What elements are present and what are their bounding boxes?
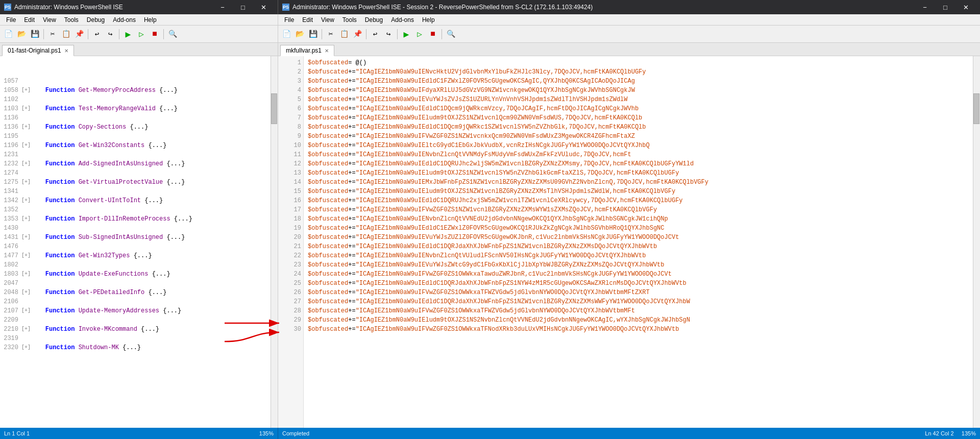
right-line-number: 26 (278, 288, 301, 297)
line-number: 1341 (0, 187, 21, 196)
cut-btn-right[interactable]: ✂ (325, 28, 337, 40)
run-sel-right[interactable]: ▷ (413, 28, 426, 40)
right-line-number: 1 (278, 58, 301, 67)
sep4-left (163, 29, 164, 39)
stop-btn-left[interactable]: ■ (149, 28, 161, 40)
new-btn-right[interactable]: 📄 (280, 28, 292, 40)
open-btn-right[interactable]: 📂 (293, 28, 306, 40)
line-expander[interactable]: [+] (21, 343, 31, 352)
run-btn-left[interactable]: ▶ (122, 28, 134, 40)
line-expander[interactable]: [+] (21, 196, 31, 205)
minimize-btn-right[interactable]: − (915, 0, 935, 14)
menu-tools-left[interactable]: Tools (60, 15, 83, 25)
new-btn-left[interactable]: 📄 (2, 28, 14, 40)
right-status-bar: Completed Ln 42 Col 2 135% (278, 428, 980, 439)
save-btn-left[interactable]: 💾 (29, 28, 41, 40)
line-number: 1430 (0, 224, 21, 233)
cut-btn-left[interactable]: ✂ (46, 28, 59, 40)
line-expander[interactable]: [+] (21, 86, 31, 95)
left-code-line: 1058[+] Function Get-MemoryProcAddress {… (0, 86, 268, 95)
sep2-right (366, 29, 366, 39)
maximize-btn-right[interactable]: □ (935, 0, 955, 14)
left-scroll-thumb[interactable] (271, 93, 277, 124)
debug-btn-left[interactable]: 🔍 (166, 28, 179, 40)
line-expander[interactable]: [+] (21, 214, 31, 224)
right-line-number: 28 (278, 306, 301, 315)
line-code: Function Sub-SignedIntAsUnsigned {...} (31, 233, 185, 242)
line-expander[interactable]: [+] (21, 233, 31, 242)
right-scroll-thumb[interactable] (973, 93, 979, 124)
line-code: Function Test-MemoryRangeValid {...} (31, 104, 178, 113)
line-expander[interactable]: [+] (21, 141, 31, 150)
right-code-line: $obfuscated += "ICAgIEZ1bmN0aW9uIEludm9t… (308, 315, 971, 325)
line-expander[interactable]: [+] (21, 123, 31, 132)
paste-btn-right[interactable]: 📌 (351, 28, 363, 40)
open-btn-left[interactable]: 📂 (15, 28, 28, 40)
line-expander[interactable]: [+] (21, 251, 31, 260)
left-scrollbar[interactable] (271, 56, 278, 428)
left-code-content[interactable]: 10571058[+] Function Get-MemoryProcAddre… (0, 56, 271, 428)
right-line-number: 27 (278, 297, 301, 306)
left-code-line: 2047 (0, 279, 268, 288)
close-btn-left[interactable]: ✕ (253, 0, 274, 14)
right-scrollbar[interactable] (973, 56, 980, 428)
minimize-btn-left[interactable]: − (212, 0, 233, 14)
right-line-number: 10 (278, 141, 301, 150)
line-number: 1342 (0, 196, 21, 205)
line-expander[interactable]: [+] (21, 104, 31, 113)
line-expander[interactable]: [+] (21, 178, 31, 187)
close-btn-right[interactable]: ✕ (955, 0, 976, 14)
undo-btn-left[interactable]: ↩ (91, 28, 103, 40)
run-btn-right[interactable]: ▶ (400, 28, 412, 40)
line-expander[interactable]: [+] (21, 288, 31, 297)
menu-help-right[interactable]: Help (418, 15, 439, 25)
tab-left-active[interactable]: 01-fast-Original.ps1 ✕ (2, 45, 74, 56)
right-code-line: $obfuscated += "ICAgIEZ1bmN0aW9uIEludm9t… (308, 187, 971, 196)
line-expander[interactable]: [+] (21, 306, 31, 315)
line-expander[interactable]: [+] (21, 159, 31, 168)
maximize-btn-left[interactable]: □ (233, 0, 253, 14)
stop-btn-right[interactable]: ■ (427, 28, 439, 40)
right-line-number: 19 (278, 224, 301, 233)
tab-right-active[interactable]: mkfullvar.ps1 ✕ (280, 45, 334, 56)
menu-file-right[interactable]: File (280, 15, 298, 25)
line-expander[interactable]: [+] (21, 270, 31, 279)
line-expander[interactable]: [+] (21, 325, 31, 334)
menu-addons-left[interactable]: Add-ons (109, 15, 140, 25)
left-code-line: 1195 (0, 132, 268, 141)
run-sel-left[interactable]: ▷ (135, 28, 148, 40)
save-btn-right[interactable]: 💾 (307, 28, 319, 40)
right-code-line: $obfuscated += "ICAgIEZ1bmN0aW9uIFVwZGF0… (308, 325, 971, 334)
menu-edit-right[interactable]: Edit (298, 15, 317, 25)
right-code-line: $obfuscated += "ICAgIEZ1bmN0aW9uIFVwZGF0… (308, 306, 971, 315)
left-code-line: 1352 (0, 205, 268, 214)
undo-btn-right[interactable]: ↩ (369, 28, 381, 40)
left-window-controls[interactable]: − □ ✕ (212, 0, 274, 14)
line-code: Function Get-VirtualProtectValue {...} (31, 178, 185, 187)
copy-btn-right[interactable]: 📋 (338, 28, 350, 40)
paste-btn-left[interactable]: 📌 (73, 28, 85, 40)
right-window-controls[interactable]: − □ ✕ (915, 0, 976, 14)
tab-left-close[interactable]: ✕ (64, 48, 68, 54)
right-code-content[interactable]: $obfuscated = @()$obfuscated += "ICAgIEZ… (304, 56, 973, 428)
copy-btn-left[interactable]: 📋 (60, 28, 72, 40)
menu-view-right[interactable]: View (317, 15, 338, 25)
redo-btn-right[interactable]: ↪ (382, 28, 395, 40)
menu-addons-right[interactable]: Add-ons (387, 15, 418, 25)
right-code-line: $obfuscated += "ICAgIEZ1bmN0aW9uIENvbnZl… (308, 150, 971, 159)
right-code-line: $obfuscated += "ICAgIEZ1bmN0aW9uIFdyaXRl… (308, 86, 971, 95)
redo-btn-left[interactable]: ↪ (104, 28, 116, 40)
tab-right-close[interactable]: ✕ (325, 48, 329, 54)
menu-debug-right[interactable]: Debug (361, 15, 387, 25)
right-line-number: 13 (278, 168, 301, 178)
menu-help-left[interactable]: Help (140, 15, 161, 25)
menu-edit-left[interactable]: Edit (20, 15, 39, 25)
right-line-number: 21 (278, 242, 301, 251)
right-line-number: 30 (278, 325, 301, 334)
debug-btn-right[interactable]: 🔍 (445, 28, 457, 40)
left-code-line: 1430 (0, 224, 268, 233)
menu-tools-right[interactable]: Tools (338, 15, 361, 25)
menu-view-left[interactable]: View (39, 15, 60, 25)
menu-file-left[interactable]: File (2, 15, 20, 25)
menu-debug-left[interactable]: Debug (83, 15, 109, 25)
